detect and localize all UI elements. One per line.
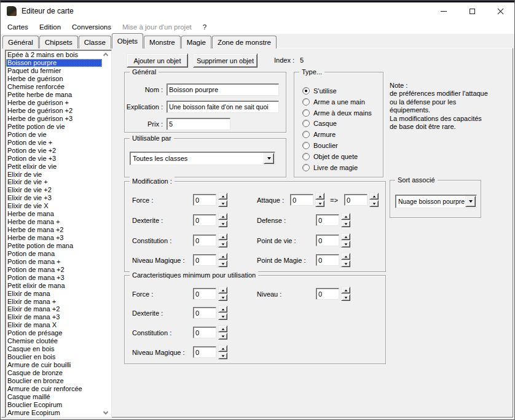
attaque-max-spinner[interactable] [369, 193, 379, 207]
menu-item[interactable]: ? [197, 21, 212, 33]
list-item[interactable]: Herbe de guérison [6, 75, 102, 83]
list-item[interactable]: Herbe de guérison +3 [6, 115, 102, 123]
list-item[interactable]: Herbe de mana +2 [6, 226, 102, 234]
list-item[interactable]: Petite herbe de mana [6, 91, 102, 99]
spin-up-button[interactable] [218, 287, 227, 294]
menu-item[interactable]: Conversions [66, 21, 117, 33]
spin-up-button[interactable] [369, 193, 379, 200]
min-dexterite-input[interactable] [193, 307, 216, 319]
list-item[interactable]: Chemise cloutée [6, 337, 102, 345]
menu-item[interactable]: Mise à jour d'un projet [117, 21, 197, 33]
type-radio-option[interactable]: Arme a une main [302, 98, 372, 106]
sort-combobox[interactable]: Nuage boisson pourpre [395, 195, 477, 208]
type-radio-option[interactable]: Casque [302, 120, 372, 127]
list-item[interactable]: Potion de mana +2 [6, 265, 102, 273]
object-listbox[interactable]: Epée à 2 mains en bois Boisson pourpre P… [5, 50, 112, 418]
maximize-button[interactable] [458, 2, 486, 20]
spin-down-button[interactable] [218, 241, 227, 247]
tab[interactable]: Objets [112, 33, 143, 49]
spin-down-button[interactable] [218, 313, 227, 320]
min-constitution-spinner[interactable] [218, 325, 227, 340]
spin-down-button[interactable] [218, 200, 227, 207]
list-item[interactable]: Petite potion de vie [6, 122, 102, 130]
list-item[interactable]: Casque maillé [6, 392, 102, 400]
spin-up-button[interactable] [341, 253, 350, 260]
spin-up-button[interactable] [218, 193, 227, 200]
type-radio-option[interactable]: Armure [302, 131, 372, 138]
point-de-magie-spinner[interactable] [341, 253, 350, 267]
niveau-magique-input[interactable] [193, 254, 216, 266]
spin-down-button[interactable] [218, 333, 227, 340]
spin-up-button[interactable] [218, 213, 227, 220]
list-item[interactable]: Elixir de mana [6, 289, 102, 297]
point-de-magie-input[interactable] [316, 254, 339, 266]
min-force-input[interactable] [193, 288, 216, 300]
min-niveau-input[interactable] [316, 288, 339, 300]
list-item[interactable]: Elixir de vie +2 [6, 186, 102, 194]
tab[interactable]: Magie [181, 36, 211, 49]
list-item[interactable]: Elixir de mana +3 [6, 313, 102, 321]
list-item[interactable]: Bouclier en bronze [6, 376, 102, 384]
spin-up-button[interactable] [218, 306, 227, 313]
list-item[interactable]: Potion de présage [6, 329, 102, 337]
list-item[interactable]: Petit elixir de vie [6, 162, 102, 170]
list-item[interactable]: Bouclier Ecopirum [6, 400, 102, 408]
list-item[interactable]: Elixir de vie [6, 170, 102, 178]
spin-up-button[interactable] [218, 253, 227, 260]
spin-down-button[interactable] [341, 260, 350, 267]
spin-up-button[interactable] [218, 325, 227, 332]
nom-input[interactable] [167, 84, 279, 96]
list-item[interactable]: Epée à 2 mains en bois [6, 51, 102, 59]
list-item[interactable]: Petite potion de mana [6, 242, 102, 250]
menu-item[interactable]: Edition [34, 21, 66, 33]
list-item[interactable]: Elixir de vie X [6, 202, 102, 210]
spin-up-button[interactable] [341, 287, 350, 294]
menu-item[interactable]: Cartes [2, 21, 34, 33]
niveau-magique-spinner[interactable] [218, 253, 227, 267]
point-de-vie-input[interactable] [316, 235, 339, 246]
defense-input[interactable] [316, 214, 339, 226]
type-radio-option[interactable]: S'utilise [302, 87, 372, 95]
spin-down-button[interactable] [315, 200, 324, 207]
list-item[interactable]: Armure de cuir bouilli [6, 361, 102, 369]
tab[interactable]: Général [2, 36, 39, 49]
list-scrollbar[interactable] [102, 51, 111, 416]
list-item[interactable]: Elixir de vie +3 [6, 194, 102, 202]
min-niveau-magique-spinner[interactable] [218, 345, 227, 359]
list-item[interactable]: Potion de vie + [6, 138, 102, 146]
list-item[interactable]: Elixir de mana +2 [6, 305, 102, 313]
min-force-spinner[interactable] [218, 287, 227, 301]
list-item[interactable]: Potion de vie +2 [6, 146, 102, 154]
spin-up-button[interactable] [315, 193, 324, 200]
force-spinner[interactable] [218, 193, 227, 207]
spin-down-button[interactable] [218, 294, 227, 301]
explication-input[interactable] [167, 101, 279, 113]
list-item[interactable]: Potion de mana +3 [6, 273, 102, 281]
type-radio-option[interactable]: Livre de magie [302, 164, 372, 171]
point-de-vie-spinner[interactable] [341, 233, 350, 247]
spin-down-button[interactable] [218, 260, 227, 267]
attaque-max-input[interactable] [344, 194, 368, 206]
dexterite-input[interactable] [193, 214, 216, 226]
spin-down-button[interactable] [218, 352, 227, 359]
list-item[interactable]: Herbe de mana + [6, 218, 102, 226]
minimize-button[interactable] [430, 2, 458, 20]
min-niveau-magique-input[interactable] [193, 346, 216, 358]
close-button[interactable] [486, 2, 514, 20]
dexterite-spinner[interactable] [218, 213, 227, 227]
dropdown-button[interactable] [465, 196, 476, 207]
list-item[interactable]: Herbe de guérison + [6, 99, 102, 107]
list-item[interactable]: Herbe de mana +3 [6, 234, 102, 242]
constitution-spinner[interactable] [218, 233, 227, 247]
spin-down-button[interactable] [218, 220, 227, 227]
remove-object-button[interactable]: Supprimer un objet [193, 53, 258, 68]
tab[interactable]: Classe [79, 36, 111, 49]
list-item[interactable]: Bouclier en bois [6, 353, 102, 361]
usable-combobox[interactable]: Toutes les classes [130, 152, 275, 165]
spin-down-button[interactable] [341, 294, 350, 301]
spin-up-button[interactable] [341, 233, 350, 240]
attaque-spinner[interactable] [315, 193, 324, 207]
list-item[interactable]: Potion de mana [6, 249, 102, 257]
scroll-down-icon[interactable] [103, 410, 108, 414]
attaque-input[interactable] [290, 194, 313, 206]
